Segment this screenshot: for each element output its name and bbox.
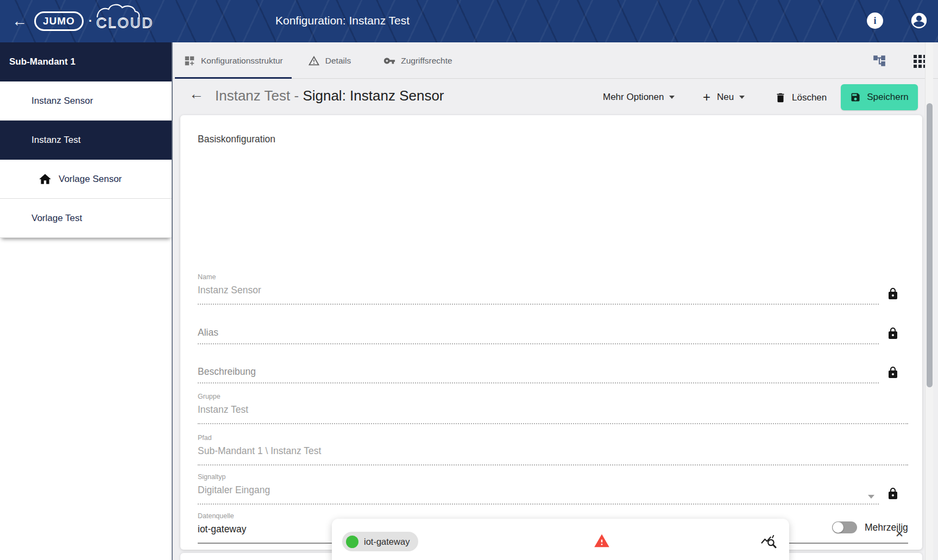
field-underline [198,464,908,465]
field-value: Digitaler Eingang [198,485,270,496]
home-icon [38,172,52,186]
more-options-label: Mehr Optionen [603,92,664,103]
more-options-button[interactable]: Mehr Optionen [603,92,675,103]
page-title: Konfiguration: Instanz Test [275,14,410,27]
sidebar: Sub-Mandant 1 Instanz Sensor Instanz Tes… [0,42,173,560]
query-stats-icon[interactable] [760,533,777,552]
vertical-scrollbar[interactable] [925,42,933,560]
dropdown-caret-icon[interactable] [868,495,874,499]
key-icon [383,55,395,67]
field-underline [198,382,879,383]
field-underline [198,423,908,424]
content-back-icon[interactable]: ← [189,86,204,103]
delete-label: Löschen [792,92,827,103]
brand-separator: · [89,14,92,28]
content-title-main: Signal: Instanz Sensor [303,87,444,104]
scrollbar-thumb[interactable] [927,103,933,387]
save-label: Speichern [867,92,909,103]
form-card: Basiskonfiguration Mehrzeilig Name Insta… [180,115,922,550]
field-value: Instanz Sensor [198,285,261,296]
new-label: Neu [717,92,734,103]
lock-icon [886,327,899,340]
plus-icon: + [703,92,710,103]
cloud-logo: CLOUD [96,15,154,32]
save-icon [850,92,861,103]
device-chip[interactable]: iot-gateway [342,532,418,551]
content-toolbar: ← Instanz Test - Signal: Instanz Sensor … [173,79,938,115]
save-button[interactable]: Speichern [841,84,918,110]
device-chip-label: iot-gateway [364,537,410,547]
sidebar-item-label: Vorlage Test [32,213,82,224]
sidebar-tenant-header[interactable]: Sub-Mandant 1 [0,42,172,81]
content-title-prefix: Instanz Test - [215,87,303,104]
tab-konfigurationsstruktur[interactable]: Konfigurationsstruktur [175,42,292,79]
field-label: Pfad [198,434,212,442]
dashboard-customize-icon [184,55,196,67]
header-back-icon[interactable]: ← [12,11,27,32]
tab-label: Zugriffsrechte [401,56,452,66]
lock-icon [886,366,899,379]
form-field-pfad[interactable]: Pfad Sub-Mandant 1 \ Instanz Test ✕ [180,434,922,465]
status-dot-green [346,536,358,548]
clear-icon[interactable]: ✕ [895,527,904,540]
sidebar-item-instanz-test[interactable]: Instanz Test [0,121,172,160]
form-field-name[interactable]: Name Instanz Sensor ✕ [180,273,922,305]
app-header: ← JUMO · CLOUD Konfiguration: Instanz Te… [0,0,938,42]
sidebar-item-vorlage-sensor[interactable]: Vorlage Sensor [0,160,172,199]
field-label: Gruppe [198,393,221,400]
jumo-logo: JUMO [34,11,84,31]
chevron-down-icon [739,96,745,99]
sidebar-item-instanz-sensor[interactable]: Instanz Sensor [0,81,172,121]
field-value: iot-gateway [198,524,247,535]
tab-list: Konfigurationsstruktur Details Zugriffsr… [175,42,469,79]
field-value: Beschreibung [198,366,256,377]
tab-zugriffsrechte[interactable]: Zugriffsrechte [367,42,468,79]
sidebar-item-label: Instanz Test [32,135,80,146]
field-underline [198,304,879,305]
lock-icon [886,287,899,300]
sidebar-item-vorlage-test[interactable]: Vorlage Test [0,199,172,238]
chevron-down-icon [669,96,675,99]
cloud-outline-icon [94,3,144,17]
field-underline [198,504,879,505]
form-field-alias[interactable]: Alias ✕ [180,313,922,344]
field-label: Signaltyp [198,473,225,481]
form-field-beschreibung[interactable]: Beschreibung ✕ [180,352,922,383]
lock-icon [886,487,899,500]
form-field-gruppe[interactable]: Gruppe Instanz Test ✕ [180,393,922,424]
warning-icon [308,55,320,67]
main-area: Konfigurationsstruktur Details Zugriffsr… [173,42,938,560]
field-value: Sub-Mandant 1 \ Instanz Test [198,445,321,457]
field-value: Instanz Test [198,404,248,416]
tab-label: Konfigurationsstruktur [201,56,283,66]
field-label: Datenquelle [198,512,234,520]
alert-triangle-icon [593,533,610,551]
field-label: Name [198,273,216,281]
field-value: Alias [198,327,218,338]
content-title: Instanz Test - Signal: Instanz Sensor [215,87,444,104]
info-icon[interactable]: i [867,12,883,29]
delete-button[interactable]: Löschen [775,92,827,104]
sidebar-item-label: Instanz Sensor [32,96,93,106]
section-title: Basiskonfiguration [198,134,275,145]
app-window: ← JUMO · CLOUD Konfiguration: Instanz Te… [0,0,938,560]
account-icon[interactable] [910,11,928,30]
new-button[interactable]: + Neu [703,92,745,103]
floating-status-bar: iot-gateway [332,519,789,560]
brand-logo: JUMO · CLOUD [34,0,154,42]
trash-icon [775,92,786,104]
form-field-signaltyp[interactable]: Signaltyp Digitaler Eingang ✕ [180,473,922,505]
sidebar-item-label: Vorlage Sensor [59,174,122,185]
sidebar-item-list: Instanz Sensor Instanz Test Vorlage Sens… [0,81,172,238]
tree-view-icon[interactable] [872,54,886,70]
tab-label: Details [325,56,351,66]
field-underline [198,343,879,344]
tab-details[interactable]: Details [292,42,367,79]
tab-bar: Konfigurationsstruktur Details Zugriffsr… [173,42,938,79]
